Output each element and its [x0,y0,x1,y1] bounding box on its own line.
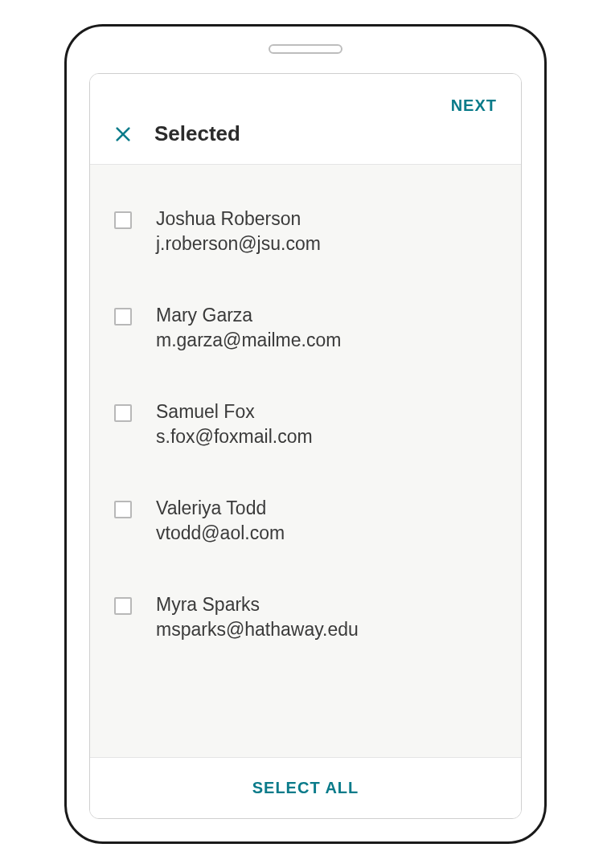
contact-email: msparks@hathaway.edu [156,617,359,642]
page-title: Selected [154,121,240,146]
list-item[interactable]: Joshua Roberson j.roberson@jsu.com [114,207,497,256]
header: NEXT Selected [90,74,521,165]
checkbox[interactable] [114,211,132,229]
contact-name: Myra Sparks [156,592,359,617]
contact-name: Joshua Roberson [156,207,321,231]
checkbox[interactable] [114,308,132,326]
checkbox[interactable] [114,597,132,615]
item-text: Samuel Fox s.fox@foxmail.com [156,399,313,449]
item-text: Mary Garza m.garza@mailme.com [156,303,341,353]
list-item[interactable]: Myra Sparks msparks@hathaway.edu [114,592,497,642]
contact-email: vtodd@aol.com [156,521,285,546]
phone-speaker [269,44,342,54]
app-screen: NEXT Selected Joshua Roberson j.roberson… [89,73,522,819]
contact-name: Mary Garza [156,303,341,328]
checkbox[interactable] [114,501,132,518]
header-top: NEXT [114,96,497,115]
checkbox[interactable] [114,404,132,422]
item-text: Valeriya Todd vtodd@aol.com [156,496,285,546]
next-button[interactable]: NEXT [451,96,497,115]
close-icon[interactable] [114,125,132,143]
contact-name: Valeriya Todd [156,496,285,521]
header-main: Selected [114,121,497,146]
contact-name: Samuel Fox [156,399,313,424]
item-text: Myra Sparks msparks@hathaway.edu [156,592,359,642]
contact-email: s.fox@foxmail.com [156,424,313,449]
contact-email: j.roberson@jsu.com [156,231,321,256]
contact-list: Joshua Roberson j.roberson@jsu.com Mary … [90,165,521,757]
phone-frame: NEXT Selected Joshua Roberson j.roberson… [64,24,547,844]
item-text: Joshua Roberson j.roberson@jsu.com [156,207,321,256]
list-item[interactable]: Samuel Fox s.fox@foxmail.com [114,399,497,449]
footer: SELECT ALL [90,757,521,818]
list-item[interactable]: Valeriya Todd vtodd@aol.com [114,496,497,546]
select-all-button[interactable]: SELECT ALL [252,779,359,797]
list-item[interactable]: Mary Garza m.garza@mailme.com [114,303,497,353]
contact-email: m.garza@mailme.com [156,328,341,353]
